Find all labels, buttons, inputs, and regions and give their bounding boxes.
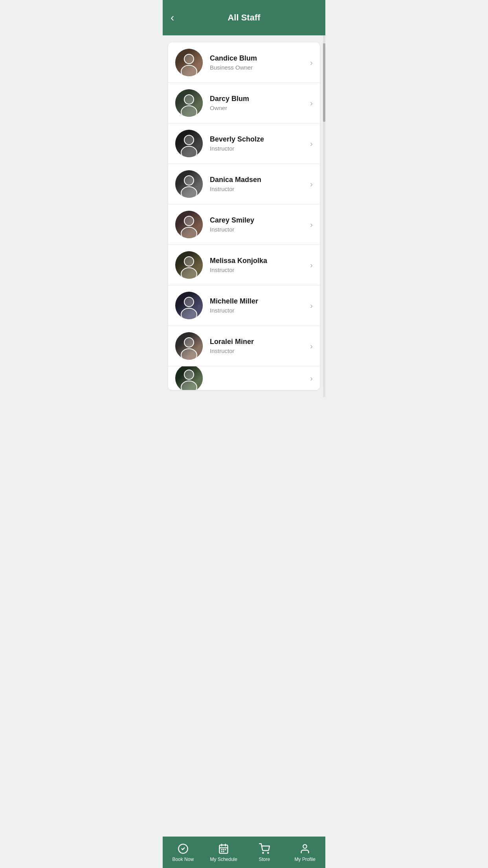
staff-role: Instructor [210, 186, 310, 192]
svg-point-13 [181, 308, 197, 319]
staff-name: Danica Madsen [210, 176, 310, 184]
staff-role: Owner [210, 105, 310, 111]
svg-point-5 [181, 146, 197, 157]
staff-list-item[interactable]: Candice BlumBusiness Owner› [168, 42, 320, 83]
staff-info: Darcy BlumOwner [210, 95, 310, 111]
staff-name: Michelle Miller [210, 297, 310, 305]
staff-role: Instructor [210, 348, 310, 354]
staff-list-item[interactable]: Loralei MinerInstructor› [168, 326, 320, 366]
staff-info: Danica MadsenInstructor [210, 176, 310, 192]
svg-point-14 [184, 338, 194, 347]
main-content: Candice BlumBusiness Owner›Darcy BlumOwn… [163, 42, 325, 428]
chevron-right-icon: › [310, 220, 313, 229]
svg-point-3 [181, 106, 197, 117]
staff-info: Michelle MillerInstructor [210, 297, 310, 314]
chevron-right-icon: › [310, 301, 313, 310]
avatar [175, 49, 203, 76]
back-button[interactable]: ‹ [171, 12, 174, 23]
staff-info: Loralei MinerInstructor [210, 338, 310, 354]
staff-list: Candice BlumBusiness Owner›Darcy BlumOwn… [168, 42, 320, 390]
chevron-right-icon: › [310, 99, 313, 108]
svg-point-6 [184, 176, 194, 185]
staff-info: Carey SmileyInstructor [210, 216, 310, 233]
avatar [175, 292, 203, 319]
staff-info: Melissa KonjolkaInstructor [210, 257, 310, 273]
chevron-right-icon: › [310, 180, 313, 189]
avatar [175, 251, 203, 279]
avatar [175, 170, 203, 198]
staff-name: Carey Smiley [210, 216, 310, 224]
svg-point-1 [181, 65, 197, 76]
avatar [175, 332, 203, 360]
staff-role: Instructor [210, 307, 310, 314]
staff-info: Candice BlumBusiness Owner [210, 54, 310, 71]
staff-info [210, 377, 310, 379]
staff-name: Candice Blum [210, 54, 310, 63]
staff-info: Beverly ScholzeInstructor [210, 135, 310, 152]
avatar [175, 211, 203, 238]
scrollbar-thumb[interactable] [323, 43, 325, 122]
svg-point-12 [184, 297, 194, 307]
svg-point-10 [184, 257, 194, 266]
chevron-right-icon: › [310, 139, 313, 148]
chevron-right-icon: › [310, 261, 313, 270]
avatar [175, 89, 203, 117]
svg-point-15 [181, 349, 197, 360]
staff-list-item[interactable]: Michelle MillerInstructor› [168, 285, 320, 326]
svg-point-9 [181, 227, 197, 238]
staff-name: Melissa Konjolka [210, 257, 310, 265]
chevron-right-icon: › [310, 58, 313, 67]
svg-point-0 [184, 54, 194, 64]
svg-point-7 [181, 187, 197, 198]
staff-list-item[interactable]: › [168, 366, 320, 390]
svg-point-2 [184, 95, 194, 104]
staff-list-item[interactable]: Danica MadsenInstructor› [168, 164, 320, 204]
header: ‹ All Staff [163, 0, 325, 35]
svg-point-11 [181, 268, 197, 279]
staff-name: Loralei Miner [210, 338, 310, 346]
svg-point-17 [181, 381, 197, 390]
svg-point-16 [184, 370, 194, 379]
avatar [175, 130, 203, 157]
chevron-right-icon: › [310, 374, 313, 383]
staff-list-item[interactable]: Carey SmileyInstructor› [168, 204, 320, 245]
staff-role: Instructor [210, 226, 310, 233]
svg-point-4 [184, 135, 194, 145]
staff-role: Business Owner [210, 64, 310, 71]
scrollbar-track[interactable] [323, 35, 325, 397]
chevron-right-icon: › [310, 342, 313, 351]
staff-list-item[interactable]: Melissa KonjolkaInstructor› [168, 245, 320, 285]
svg-point-8 [184, 216, 194, 226]
staff-role: Instructor [210, 145, 310, 152]
staff-list-item[interactable]: Darcy BlumOwner› [168, 83, 320, 123]
avatar [175, 366, 203, 390]
page-title: All Staff [227, 13, 260, 23]
staff-name: Beverly Scholze [210, 135, 310, 143]
staff-role: Instructor [210, 267, 310, 273]
staff-list-item[interactable]: Beverly ScholzeInstructor› [168, 123, 320, 164]
staff-name: Darcy Blum [210, 95, 310, 103]
